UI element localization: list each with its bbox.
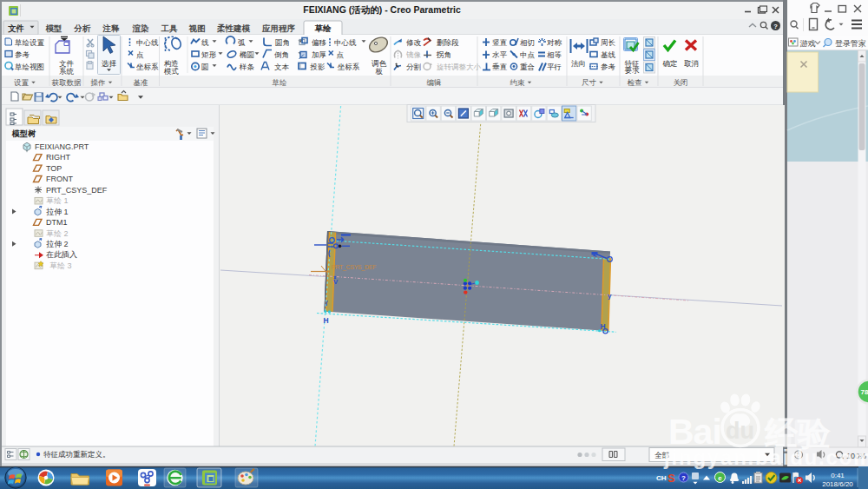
svg-text:?: ? <box>773 23 778 30</box>
svg-text:加厚: 加厚 <box>312 50 326 59</box>
svg-text:圆角: 圆角 <box>275 38 290 47</box>
svg-text:确定: 确定 <box>662 59 678 68</box>
svg-text:重合: 重合 <box>520 63 535 71</box>
svg-text:坐标系: 坐标系 <box>136 63 159 71</box>
svg-text:矩形: 矩形 <box>201 50 217 59</box>
svg-text:PRT_CSYS_DEF: PRT_CSYS_DEF <box>46 186 108 195</box>
svg-text:周长: 周长 <box>601 38 616 47</box>
svg-text:应用程序: 应用程序 <box>261 23 296 33</box>
svg-text:水平: 水平 <box>492 50 508 59</box>
svg-text:约束: 约束 <box>510 78 526 87</box>
svg-text:H: H <box>324 316 329 325</box>
svg-text:草绘 3: 草绘 3 <box>49 261 72 270</box>
svg-text:文本: 文本 <box>274 63 290 71</box>
svg-text:游戏: 游戏 <box>800 39 816 48</box>
svg-text:草绘: 草绘 <box>315 23 332 33</box>
svg-text:渲染: 渲染 <box>132 23 150 33</box>
svg-text:要求: 要求 <box>625 66 641 75</box>
svg-text:投影: 投影 <box>310 63 326 71</box>
svg-text:旋转调整大小: 旋转调整大小 <box>437 63 482 71</box>
svg-text:草绘 1: 草绘 1 <box>46 196 69 205</box>
svg-text:关闭: 关闭 <box>674 78 688 87</box>
svg-text:竖直: 竖直 <box>492 38 508 47</box>
svg-text:相切: 相切 <box>520 38 535 47</box>
svg-text:对称: 对称 <box>547 38 562 47</box>
svg-text:线: 线 <box>201 38 209 47</box>
svg-text:模型树: 模型树 <box>11 129 36 138</box>
svg-text:DTM1: DTM1 <box>46 218 68 227</box>
svg-text:视图: 视图 <box>188 23 206 33</box>
svg-text:偏移: 偏移 <box>312 38 326 47</box>
svg-text:垂直: 垂直 <box>492 63 508 71</box>
svg-text:特征成功重新定义。: 特征成功重新定义。 <box>43 450 110 459</box>
svg-text:坐标系: 坐标系 <box>338 63 360 71</box>
svg-text:注释: 注释 <box>102 23 121 33</box>
svg-text:du: du <box>726 418 754 444</box>
svg-text:中心线: 中心线 <box>136 38 159 47</box>
svg-text:RIGHT: RIGHT <box>46 153 71 162</box>
svg-text:设置: 设置 <box>14 78 30 87</box>
svg-text:拉伸 1: 拉伸 1 <box>46 208 69 216</box>
svg-text:平行: 平行 <box>547 63 562 71</box>
svg-text:柔性建模: 柔性建模 <box>216 23 251 33</box>
svg-text:中点: 中点 <box>520 50 536 59</box>
svg-text:中心线: 中心线 <box>334 38 357 47</box>
svg-text:参考: 参考 <box>15 50 30 59</box>
svg-text:拉伸 2: 拉伸 2 <box>46 240 69 248</box>
svg-text:选择: 选择 <box>101 59 117 68</box>
svg-text:圆: 圆 <box>201 63 209 71</box>
svg-text:FEIXIANG (活动的) - Creo Parametr: FEIXIANG (活动的) - Creo Parametric <box>303 4 461 15</box>
svg-text:点: 点 <box>337 50 345 59</box>
svg-text:分割: 分割 <box>406 63 422 71</box>
svg-text:草绘 2: 草绘 2 <box>46 229 69 238</box>
svg-text:0:41: 0:41 <box>831 472 845 479</box>
svg-text:e: e <box>718 474 722 482</box>
svg-text:模型: 模型 <box>45 23 62 33</box>
svg-text:板: 板 <box>375 67 383 76</box>
svg-text:检查: 检查 <box>628 78 643 87</box>
svg-text:草绘视图: 草绘视图 <box>14 63 44 71</box>
svg-text:FRONT: FRONT <box>46 175 73 183</box>
svg-text:椭圆: 椭圆 <box>239 50 254 59</box>
svg-text:?: ? <box>681 474 686 482</box>
svg-text:y: y <box>608 292 612 300</box>
svg-text:取消: 取消 <box>684 59 699 68</box>
svg-text:倒角: 倒角 <box>274 50 289 59</box>
svg-text:尺寸: 尺寸 <box>582 78 597 87</box>
svg-text:拐角: 拐角 <box>436 50 451 59</box>
svg-text:草绘设置: 草绘设置 <box>14 38 45 47</box>
svg-text:参考: 参考 <box>601 63 616 71</box>
svg-text:删除段: 删除段 <box>437 38 459 47</box>
svg-text:文件: 文件 <box>8 23 25 33</box>
svg-text:相等: 相等 <box>547 50 562 59</box>
svg-text:修改: 修改 <box>406 38 422 47</box>
svg-text:模式: 模式 <box>163 67 179 76</box>
svg-text:在此插入: 在此插入 <box>46 250 77 259</box>
svg-text:系统: 系统 <box>59 67 75 76</box>
svg-text:2018/6/20: 2018/6/20 <box>822 480 853 488</box>
svg-text:编辑: 编辑 <box>427 78 442 87</box>
svg-text:样条: 样条 <box>239 63 255 71</box>
svg-text:登录管家: 登录管家 <box>835 39 866 48</box>
svg-text:jingyan.baidu.com: jingyan.baidu.com <box>663 446 868 469</box>
svg-text:弧: 弧 <box>238 38 246 47</box>
svg-text:S: S <box>667 472 674 485</box>
svg-text:FEIXIANG.PRT: FEIXIANG.PRT <box>35 142 89 151</box>
svg-text:基线: 基线 <box>601 50 616 59</box>
svg-text:工具: 工具 <box>161 23 179 33</box>
svg-text:操作: 操作 <box>90 78 106 87</box>
svg-text:点: 点 <box>136 50 144 59</box>
svg-text:草绘: 草绘 <box>272 78 288 87</box>
svg-text:PRT_CSYS_DEF: PRT_CSYS_DEF <box>332 264 376 271</box>
svg-text:基准: 基准 <box>134 78 149 87</box>
svg-text:分析: 分析 <box>74 23 92 33</box>
svg-text:V: V <box>333 278 339 286</box>
svg-text:法向: 法向 <box>571 59 586 68</box>
svg-text:CH: CH <box>656 474 667 482</box>
svg-text:TOP: TOP <box>46 164 62 173</box>
svg-text:镜像: 镜像 <box>405 50 422 59</box>
svg-text:78: 78 <box>861 388 868 396</box>
svg-text:获取数据: 获取数据 <box>52 78 82 87</box>
